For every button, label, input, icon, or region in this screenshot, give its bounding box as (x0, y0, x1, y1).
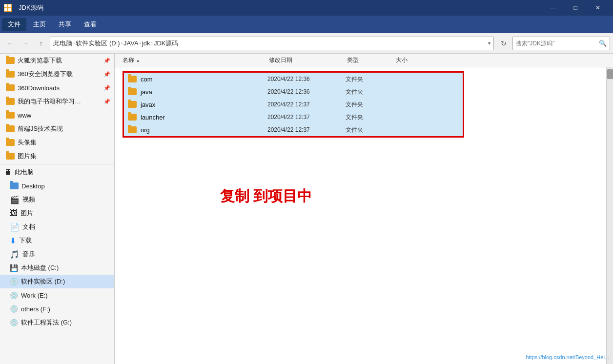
file-name: org (141, 126, 267, 134)
video-icon: 🎬 (10, 195, 20, 204)
sidebar-video[interactable]: 🎬 视频 (0, 193, 114, 206)
scroll-thumb[interactable] (607, 69, 613, 79)
title-bar: JDK源码 — □ ✕ (0, 0, 613, 16)
content-pane: 名称 ▲ 修改日期 类型 大小 com 2020/4/22 12:36 (115, 54, 613, 364)
file-date: 2020/4/22 12:36 (267, 76, 346, 82)
copy-annotation: 复制 到项目中 (220, 186, 598, 206)
back-button[interactable]: ← (3, 37, 17, 50)
drive-g-icon: 💿 (10, 319, 18, 326)
search-input[interactable] (516, 40, 597, 47)
sidebar-item-ebooks[interactable]: 我的电子书籍和学习资... 📌 (0, 95, 114, 108)
title-bar-icons (4, 4, 12, 12)
file-name: com (141, 76, 267, 83)
title-bar-controls: — □ ✕ (542, 0, 609, 16)
sidebar-drive-f[interactable]: 💿 others (F:) (0, 302, 114, 316)
app-icon (4, 4, 12, 12)
folder-icon-launcher (128, 114, 137, 121)
address-part-java[interactable]: JAVA (123, 40, 139, 47)
sidebar-item-360browser[interactable]: 360安全浏览器下载 📌 (0, 67, 114, 81)
file-type: 文件夹 (346, 113, 394, 121)
menu-file[interactable]: 文件 (2, 18, 26, 31)
file-type: 文件夹 (346, 75, 394, 83)
sidebar-downloads[interactable]: ⬇ 下载 (0, 234, 114, 247)
folder-icon (6, 98, 15, 105)
sidebar-drive-d[interactable]: 💿 软件实验区 (D:) (0, 275, 114, 288)
menu-view[interactable]: 查看 (78, 18, 102, 31)
svg-rect-0 (4, 4, 7, 7)
window-title: JDK源码 (15, 3, 539, 12)
sidebar-drive-g[interactable]: 💿 软件工程算法 (G:) (0, 316, 114, 329)
file-date: 2020/4/22 12:36 (267, 88, 346, 95)
file-list: com 2020/4/22 12:36 文件夹 java 2020/4/22 1… (115, 67, 606, 364)
col-header-type[interactable]: 类型 (347, 56, 396, 64)
col-header-size[interactable]: 大小 (396, 56, 435, 64)
svg-rect-2 (4, 8, 7, 11)
drive-d-icon: 💿 (10, 278, 18, 285)
sidebar-documents[interactable]: 📄 文档 (0, 220, 114, 234)
sort-arrow-name: ▲ (136, 58, 140, 63)
pin-icon: 📌 (103, 58, 110, 64)
toolbar: ← → ↑ 此电脑 › 软件实验区 (D:) › JAVA › jdk › JD… (0, 33, 613, 54)
file-type: 文件夹 (346, 126, 394, 134)
folder-icon (6, 139, 15, 146)
pin-icon: 📌 (103, 99, 110, 105)
address-dropdown-arrow[interactable]: ▾ (488, 40, 490, 46)
file-row-org[interactable]: org 2020/4/22 12:37 文件夹 (124, 123, 463, 136)
sidebar-pictures[interactable]: 🖼 图片 (0, 206, 114, 220)
sidebar-item-360downloads[interactable]: 360Downloads 📌 (0, 81, 114, 95)
up-button[interactable]: ↑ (34, 37, 48, 50)
sidebar-item-firefox[interactable]: 火狐浏览器下载 📌 (0, 54, 114, 67)
file-row-javax[interactable]: javax 2020/4/22 12:37 文件夹 (124, 98, 463, 111)
close-button[interactable]: ✕ (587, 0, 609, 16)
search-icon: 🔍 (599, 40, 607, 47)
col-header-date[interactable]: 修改日期 (269, 56, 347, 64)
menu-share[interactable]: 共享 (53, 18, 77, 31)
address-bar[interactable]: 此电脑 › 软件实验区 (D:) › JAVA › jdk › JDK源码 ▾ (50, 37, 494, 50)
maximize-button[interactable]: □ (564, 0, 587, 16)
right-scroll[interactable] (606, 67, 613, 364)
sidebar-divider (0, 164, 114, 164)
folder-icon (6, 111, 15, 119)
folder-icon-javax (128, 101, 137, 108)
address-part-pc[interactable]: 此电脑 (53, 39, 72, 48)
refresh-button[interactable]: ↻ (497, 37, 511, 50)
menu-home[interactable]: 主页 (27, 18, 52, 31)
pin-icon: 📌 (103, 85, 110, 91)
svg-rect-1 (8, 4, 11, 7)
sidebar-music[interactable]: 🎵 音乐 (0, 247, 114, 261)
file-date: 2020/4/22 12:37 (267, 101, 346, 108)
file-row-java[interactable]: java 2020/4/22 12:36 文件夹 (124, 85, 463, 98)
main-area: 火狐浏览器下载 📌 360安全浏览器下载 📌 360Downloads 📌 我的… (0, 54, 613, 364)
forward-button[interactable]: → (19, 37, 32, 50)
drive-f-icon: 💿 (10, 305, 18, 313)
sidebar-item-images[interactable]: 图片集 (0, 149, 114, 163)
file-type: 文件夹 (346, 101, 394, 109)
menu-bar: 文件 主页 共享 查看 (0, 16, 613, 33)
address-part-jdk[interactable]: jdk (142, 40, 150, 47)
col-header-name[interactable]: 名称 ▲ (123, 56, 269, 64)
file-row-launcher[interactable]: launcher 2020/4/22 12:37 文件夹 (124, 111, 463, 123)
folder-icon-com (128, 76, 137, 82)
address-part-d[interactable]: 软件实验区 (D:) (76, 39, 120, 48)
folder-icon (6, 84, 15, 92)
sidebar-item-frontend[interactable]: 前端JS技术实现 (0, 122, 114, 136)
sidebar-drive-e[interactable]: 💿 Work (E:) (0, 288, 114, 302)
drive-e-icon: 💿 (10, 291, 18, 299)
sidebar-desktop[interactable]: Desktop (0, 179, 114, 193)
file-date: 2020/4/22 12:37 (267, 114, 346, 121)
music-icon: 🎵 (10, 250, 20, 259)
minimize-button[interactable]: — (542, 0, 564, 16)
svg-rect-3 (8, 8, 11, 11)
folder-icon (6, 70, 15, 78)
address-parts: 此电脑 › 软件实验区 (D:) › JAVA › jdk › JDK源码 (53, 39, 486, 48)
sidebar-drive-c[interactable]: 💾 本地磁盘 (C:) (0, 261, 114, 275)
file-type: 文件夹 (346, 88, 394, 96)
sidebar-item-avatars[interactable]: 头像集 (0, 136, 114, 149)
sidebar-this-pc[interactable]: 🖥 此电脑 (0, 165, 114, 179)
file-date: 2020/4/22 12:37 (267, 126, 346, 133)
sidebar-item-www[interactable]: www (0, 108, 114, 122)
file-name: java (141, 88, 267, 96)
file-row-com[interactable]: com 2020/4/22 12:36 文件夹 (124, 73, 463, 85)
search-bar[interactable]: 🔍 (512, 37, 610, 50)
address-part-jdksrc[interactable]: JDK源码 (154, 39, 179, 48)
